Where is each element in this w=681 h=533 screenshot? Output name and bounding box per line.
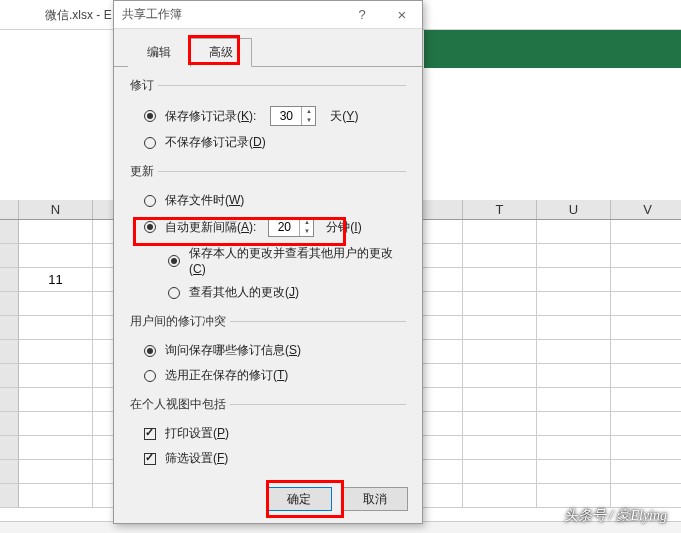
radio-auto-interval[interactable] [144,221,156,233]
watermark: 头条号 / 豪Elying [564,507,667,525]
label-auto-interval: 自动更新间隔(A): [165,219,256,236]
spin-down-icon[interactable]: ▼ [302,116,315,125]
spin-up-icon[interactable]: ▲ [300,218,313,227]
dialog-title: 共享工作簿 [114,6,342,23]
label-use-saving: 选用正在保存的修订(T) [165,367,288,384]
label-print: 打印设置(P) [165,425,229,442]
radio-view-others[interactable] [168,287,180,299]
radio-on-save[interactable] [144,195,156,207]
label-on-save: 保存文件时(W) [165,192,244,209]
button-row: 确定 取消 [266,487,408,511]
file-title: 微信.xlsx - E [0,8,112,22]
radio-save-mine[interactable] [168,255,180,267]
close-icon[interactable]: × [382,1,422,29]
group-conflict: 用户间的修订冲突 [130,313,226,330]
label-save-mine: 保存本人的更改并查看其他用户的更改(C) [189,245,406,276]
dialog-body: 修订 保存修订记录(K): ▲▼ 天(Y) 不保存修订记录(D) 更新 保存文件… [114,67,422,481]
label-keep-history: 保存修订记录(K): [165,108,256,125]
col-header[interactable]: T [463,200,537,219]
check-print[interactable] [144,428,156,440]
radio-use-saving[interactable] [144,370,156,382]
col-header[interactable]: N [19,200,93,219]
radio-keep-history[interactable] [144,110,156,122]
cancel-button[interactable]: 取消 [342,487,408,511]
label-minutes: 分钟(I) [326,219,361,236]
label-no-history: 不保存修订记录(D) [165,134,266,151]
days-spinner[interactable]: ▲▼ [270,106,316,126]
help-button[interactable]: ? [342,1,382,29]
group-personal-view: 在个人视图中包括 [130,396,226,413]
ok-button[interactable]: 确定 [266,487,332,511]
tab-bar: 编辑 高级 [114,37,422,67]
radio-ask[interactable] [144,345,156,357]
spin-up-icon[interactable]: ▲ [302,107,315,116]
label-days: 天(Y) [330,108,358,125]
interval-input[interactable] [269,218,299,236]
spin-down-icon[interactable]: ▼ [300,227,313,236]
tab-edit[interactable]: 编辑 [128,38,190,67]
label-ask: 询问保存哪些修订信息(S) [165,342,301,359]
dialog-titlebar[interactable]: 共享工作簿 ? × [114,1,422,29]
days-input[interactable] [271,107,301,125]
radio-no-history[interactable] [144,137,156,149]
share-workbook-dialog: 共享工作簿 ? × 编辑 高级 修订 保存修订记录(K): ▲▼ 天(Y) 不保… [113,0,423,524]
excel-ribbon [424,30,681,68]
tab-advanced[interactable]: 高级 [190,38,252,67]
group-update: 更新 [130,163,154,180]
label-view-others: 查看其他人的更改(J) [189,284,299,301]
col-header[interactable]: V [611,200,681,219]
col-header[interactable]: U [537,200,611,219]
group-revision: 修订 [130,77,154,94]
check-filter[interactable] [144,453,156,465]
label-filter: 筛选设置(F) [165,450,228,467]
interval-spinner[interactable]: ▲▼ [268,217,314,237]
